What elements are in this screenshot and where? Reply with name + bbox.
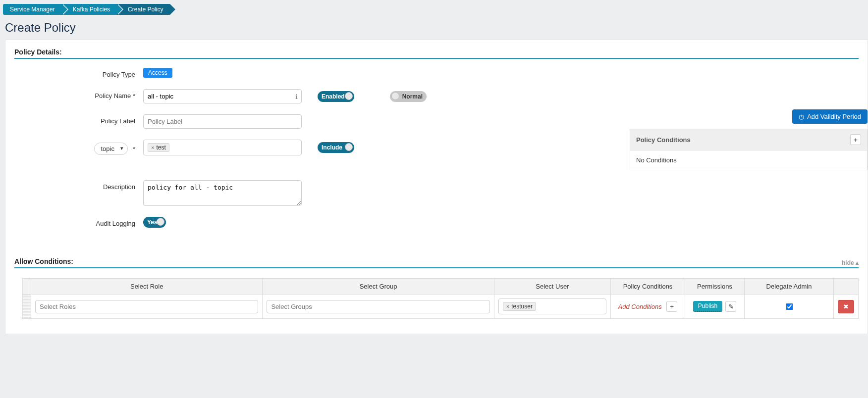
resource-tag-input[interactable]: × test: [143, 140, 302, 155]
user-tag[interactable]: × testuser: [503, 302, 536, 311]
select-roles-input[interactable]: [35, 300, 258, 313]
label-policy-name: Policy Name *: [14, 89, 143, 100]
policy-form-card: Policy Details: Policy Type Access Polic…: [5, 40, 868, 334]
description-textarea[interactable]: policy for all - topic: [143, 180, 302, 206]
policy-conditions-empty: No Conditions: [630, 150, 867, 170]
breadcrumb: Service Manager Kafka Policies Create Po…: [0, 0, 868, 18]
label-description: Description: [14, 180, 143, 191]
toggle-label: Include: [322, 144, 342, 151]
breadcrumb-kafka-policies[interactable]: Kafka Policies: [62, 4, 117, 15]
col-select-role: Select Role: [31, 279, 263, 295]
resource-tag[interactable]: × test: [148, 143, 169, 152]
col-delegate-admin: Delegate Admin: [745, 279, 834, 295]
allow-conditions-title-text: Allow Conditions:: [14, 257, 73, 265]
label-policy-type: Policy Type: [14, 68, 143, 78]
policy-conditions-title: Policy Conditions: [636, 136, 691, 144]
policy-label-input[interactable]: [143, 114, 302, 129]
breadcrumb-service-manager[interactable]: Service Manager: [3, 4, 62, 15]
normal-toggle[interactable]: Normal: [390, 91, 427, 102]
delegate-admin-checkbox[interactable]: [786, 303, 793, 310]
required-mark: *: [133, 145, 135, 152]
remove-tag-icon[interactable]: ×: [151, 145, 154, 150]
remove-tag-icon[interactable]: ×: [506, 303, 509, 309]
col-select-group: Select Group: [263, 279, 494, 295]
right-column: ◷ Add Validity Period Policy Conditions …: [630, 109, 868, 170]
select-users-input[interactable]: × testuser: [498, 298, 606, 314]
table-row: × testuser Add Conditions + Publish: [23, 295, 859, 319]
breadcrumb-create-policy[interactable]: Create Policy: [117, 4, 170, 15]
policy-type-badge: Access: [143, 68, 172, 78]
toggle-label: Yes: [147, 219, 158, 226]
delete-row-button[interactable]: ✖: [838, 300, 854, 313]
policy-name-input[interactable]: [143, 89, 302, 103]
add-conditions-link[interactable]: Add Conditions: [618, 303, 662, 310]
resource-type-select[interactable]: topic: [94, 143, 127, 155]
policy-details-heading: Policy Details:: [14, 48, 859, 59]
permission-publish-badge[interactable]: Publish: [693, 301, 722, 312]
include-toggle[interactable]: Include: [318, 142, 354, 153]
page-title: Create Policy: [5, 21, 863, 35]
user-tag-label: testuser: [511, 303, 533, 310]
select-groups-input[interactable]: [267, 300, 489, 313]
add-validity-period-button[interactable]: ◷ Add Validity Period: [792, 109, 868, 124]
toggle-knob: [345, 92, 353, 100]
toggle-knob: [157, 218, 164, 226]
toggle-knob: [391, 92, 399, 100]
label-audit-logging: Audit Logging: [14, 217, 143, 227]
toggle-label: Enabled: [322, 93, 345, 100]
label-policy-label: Policy Label: [14, 114, 143, 125]
clock-icon: ◷: [799, 113, 804, 120]
info-icon: ℹ: [295, 93, 298, 100]
allow-conditions-table: Select Role Select Group Select User Pol…: [22, 278, 859, 319]
enabled-toggle[interactable]: Enabled: [318, 91, 354, 102]
policy-conditions-panel: Policy Conditions + No Conditions: [630, 129, 868, 170]
hide-allow-conditions-link[interactable]: hide ▴: [842, 257, 859, 266]
col-select-user: Select User: [494, 279, 610, 295]
edit-permissions-button[interactable]: ✎: [725, 301, 736, 312]
col-policy-conditions: Policy Conditions: [611, 279, 685, 295]
add-condition-button[interactable]: +: [850, 134, 861, 145]
add-conditions-plus-button[interactable]: +: [666, 301, 677, 312]
col-permissions: Permissions: [685, 279, 745, 295]
pencil-icon: ✎: [728, 303, 734, 310]
add-validity-label: Add Validity Period: [807, 113, 861, 120]
close-icon: ✖: [843, 303, 849, 310]
resource-tag-label: test: [156, 144, 165, 151]
allow-conditions-heading: Allow Conditions: hide ▴: [14, 257, 859, 268]
toggle-knob: [345, 143, 353, 151]
audit-toggle[interactable]: Yes: [143, 217, 166, 228]
toggle-label: Normal: [402, 93, 423, 100]
row-drag-handle[interactable]: [23, 295, 31, 319]
